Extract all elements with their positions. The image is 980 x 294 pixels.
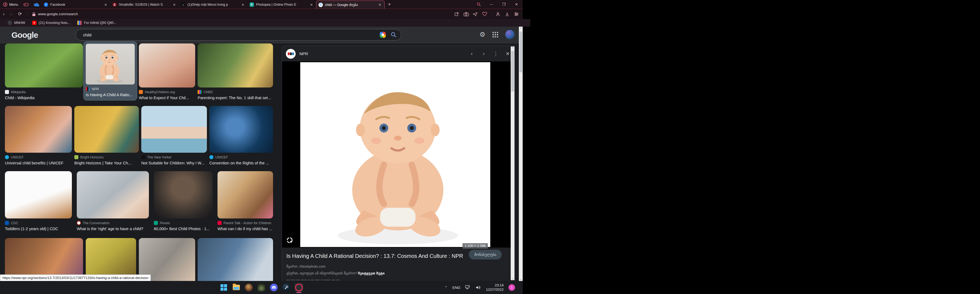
favorites-heart-icon[interactable]	[480, 12, 488, 16]
tiktok-favicon: ♪	[181, 2, 185, 7]
result-image-npr-baby[interactable]	[86, 44, 135, 84]
preview-title[interactable]: Is Having A Child A Rational Decision? :…	[286, 253, 463, 259]
tab-close-icon[interactable]: ✕	[377, 3, 382, 7]
tab-close-icon[interactable]: ✕	[103, 3, 108, 7]
bookmark-youtube[interactable]: (21) Knocking Nois...	[32, 21, 70, 25]
gx-corner-icon[interactable]	[22, 3, 30, 6]
start-button[interactable]	[220, 283, 228, 292]
bookmark-infiniti[interactable]: For Infiniti Q50 Q60...	[77, 21, 116, 25]
learn-more-link[interactable]: შეიტყვეთ მეტი	[358, 271, 385, 275]
tab-google-search-active[interactable]: G child — Google ძიება ✕	[316, 0, 385, 9]
result-tile[interactable]	[197, 238, 273, 281]
search-box[interactable]: child	[76, 29, 401, 41]
opera-menu-button[interactable]: Menu	[0, 2, 21, 6]
conversation-favicon	[77, 221, 81, 225]
preview-photo-baby[interactable]	[300, 62, 490, 247]
result-tile[interactable]: The Conversation What is the 'right' age…	[77, 171, 149, 231]
result-image-cnbc-child-sunglasses[interactable]	[197, 43, 273, 87]
restore-button[interactable]: ❐	[498, 2, 510, 6]
tab-photopea[interactable]: P Photopea | Online Photo E ✕	[247, 0, 316, 9]
profile-icon[interactable]	[494, 12, 502, 17]
discord-icon	[270, 284, 278, 291]
bookmark-mnhw[interactable]: MNHW	[8, 21, 25, 25]
search-icon[interactable]	[391, 32, 397, 38]
more-options-icon[interactable]: ⋮	[490, 51, 502, 57]
result-tile[interactable]: Pexels 80,000+ Best Child Photos · 1...	[154, 171, 213, 231]
result-tile[interactable]: Bright Horizons Bright Horizons | Take Y…	[74, 106, 139, 165]
result-tile[interactable]: HealthyChildren.org What to Expect if Yo…	[139, 43, 195, 100]
pexels-favicon	[154, 221, 158, 225]
result-image-healthychildren-toddler[interactable]	[139, 43, 195, 87]
preview-stage: 1 100 × 1 096	[282, 62, 511, 248]
game-app-button[interactable]	[245, 283, 253, 292]
game2-app-button[interactable]	[257, 283, 266, 292]
language-indicator[interactable]: ENG	[452, 286, 460, 290]
result-tile[interactable]: Parent Talk - Action for Children What c…	[218, 171, 273, 231]
easy-setup-sliders-icon[interactable]	[512, 12, 520, 16]
file-explorer-button[interactable]	[232, 283, 241, 292]
tab-search-icon[interactable]	[473, 2, 485, 6]
close-button[interactable]: ✕	[510, 2, 523, 6]
panel-scrollbar[interactable]: ⌃ ⌄	[511, 46, 514, 280]
result-tile[interactable]: The New Yorker Not Suitable for Children…	[141, 106, 207, 165]
tab-strip: Menu f Facebook ✕ S Smallville: S10E03 |…	[0, 0, 523, 9]
snapshot-camera-icon[interactable]	[462, 12, 470, 16]
result-image-pexels-boy-portrait[interactable]	[154, 171, 213, 218]
previous-image-icon[interactable]: ‹	[466, 51, 478, 57]
result-image-cdc-toddler[interactable]	[5, 171, 72, 218]
result-tile[interactable]: CDC Toddlers (1-2 years old) | CDC	[5, 171, 72, 231]
tray-expand-icon[interactable]: ⌃	[445, 286, 447, 290]
account-avatar[interactable]	[505, 30, 514, 39]
address-bar[interactable]: www.google.com/search	[32, 12, 78, 16]
google-lens-icon[interactable]	[380, 32, 386, 38]
page-scrollbar[interactable]: ⌃ ⌄	[519, 27, 523, 281]
visit-button[interactable]: მონახულება	[469, 250, 502, 259]
tab-close-icon[interactable]: ✕	[172, 3, 177, 7]
folder-icon	[233, 285, 240, 290]
network-icon[interactable]	[465, 285, 471, 290]
discord-button[interactable]	[269, 283, 278, 292]
result-image-unicef-boy-globe[interactable]	[209, 106, 273, 153]
result-tile[interactable]: UNICEF Universal child benefits | UNICEF	[5, 106, 72, 165]
minimize-button[interactable]: ─	[485, 2, 498, 6]
result-image-brighthorizons-mother-child[interactable]	[74, 106, 139, 153]
forward-button[interactable]: ›	[8, 11, 15, 17]
opera-gx-button[interactable]	[294, 283, 303, 292]
google-logo[interactable]: Google	[11, 30, 38, 40]
result-image-parenttalk-crying-girl[interactable]	[218, 171, 273, 218]
new-tab-button[interactable]: +	[385, 2, 395, 8]
taskbar-clock[interactable]: 23:14 12/27/2022	[486, 283, 504, 292]
tab-facebook[interactable]: f Facebook ✕	[41, 0, 110, 9]
notification-badge[interactable]: 1	[509, 284, 515, 291]
reload-button[interactable]: ⟳	[15, 11, 25, 17]
npr-logo-icon	[286, 49, 296, 59]
search-inside-image-lens-icon[interactable]	[286, 236, 294, 244]
cloud-pinned-tab-icon[interactable]	[33, 3, 40, 6]
result-image-boy-blue[interactable]	[197, 238, 273, 281]
result-image-newyorker-crying-baby-beach[interactable]	[141, 106, 207, 153]
settings-gear-icon[interactable]: ⚙	[479, 31, 485, 38]
result-image-unicef-laughing-girl[interactable]	[5, 106, 72, 153]
tab-smallville[interactable]: S Smallville: S10E03 | Watch S ✕	[110, 0, 179, 9]
pinboard-icon[interactable]	[453, 12, 461, 17]
result-tile[interactable]: Wikipedia Child - Wikipedia	[5, 43, 83, 100]
google-apps-icon[interactable]	[492, 32, 498, 38]
address-toolbar: ‹ › ⟳ ⋮ www.google.com/search ⋮	[0, 9, 523, 19]
game-icon	[245, 284, 253, 291]
tab-close-icon[interactable]: ✕	[309, 3, 314, 7]
youtube-favicon	[32, 21, 37, 25]
search-input[interactable]: child	[83, 33, 380, 37]
tab-close-icon[interactable]: ✕	[241, 3, 245, 7]
back-button[interactable]: ‹	[0, 11, 8, 17]
my-flow-icon[interactable]	[471, 12, 479, 16]
result-image-wikipedia-child[interactable]	[5, 43, 83, 87]
next-image-icon[interactable]: ›	[478, 51, 490, 57]
speaker-icon[interactable]	[476, 285, 481, 290]
downloads-icon[interactable]	[503, 12, 511, 17]
result-tile[interactable]: UNICEF Convention on the Rights of the .…	[209, 106, 273, 165]
steam-button[interactable]	[282, 283, 291, 292]
tab-tiktok-video[interactable]: ♪ (1)Ghép mặt Messi trong p ✕	[179, 0, 247, 9]
result-tile-selected[interactable]: NPR Is Having A Child A Ratio...	[83, 41, 137, 101]
result-image-conversation-smiling-baby[interactable]	[77, 171, 149, 218]
result-tile[interactable]: CNBC Parenting expert: The No. 1 skill t…	[197, 43, 273, 100]
